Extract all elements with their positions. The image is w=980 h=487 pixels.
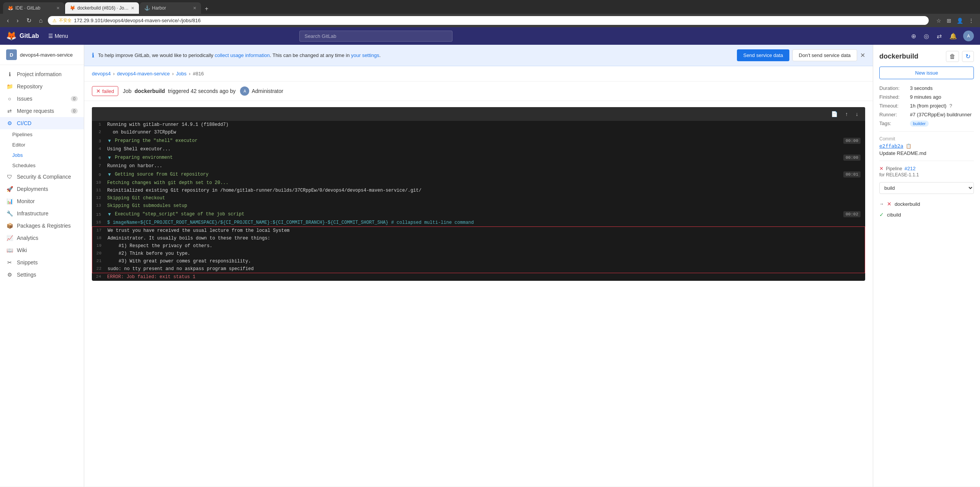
sidebar-item-issues[interactable]: ○ Issues 0: [0, 93, 84, 105]
stage-select[interactable]: build: [879, 182, 974, 194]
forward-button[interactable]: ›: [14, 16, 21, 25]
dont-send-service-data-button[interactable]: Don't send service data: [792, 49, 857, 61]
pipeline-link[interactable]: #212: [905, 166, 916, 171]
breadcrumb-project[interactable]: devops4-maven-service: [117, 71, 170, 77]
sidebar-item-packages[interactable]: 📦 Packages & Registries: [0, 220, 84, 232]
delete-job-button[interactable]: 🗑: [946, 51, 959, 62]
sidebar-item-project-info[interactable]: ℹ Project information: [0, 68, 84, 80]
sidebar-item-infrastructure[interactable]: 🔧 Infrastructure: [0, 207, 84, 220]
sidebar-item-label-schedules: Schedules: [12, 163, 36, 168]
sidebar-item-label-wiki: Wiki: [17, 247, 27, 253]
sidebar-item-analytics[interactable]: 📈 Analytics: [0, 232, 84, 244]
log-scroll-top-button[interactable]: ↑: [843, 110, 850, 118]
settings-browser-button[interactable]: ⋮: [967, 17, 975, 24]
tab-close-harbor[interactable]: ✕: [193, 6, 196, 11]
log-raw-button[interactable]: 📄: [829, 110, 840, 118]
sidebar-item-label-repository: Repository: [17, 83, 42, 90]
navbar-menu-button[interactable]: ☰ Menu: [45, 31, 71, 41]
new-issue-button[interactable]: New issue: [879, 67, 974, 79]
sidebar-item-merge-requests[interactable]: ⇄ Merge requests 0: [0, 105, 84, 117]
navbar-search-input[interactable]: [299, 31, 452, 42]
info-banner: ℹ To help improve GitLab, we would like …: [84, 45, 873, 66]
log-line-15: 15 ▼ Executing "step_script" stage of th…: [92, 210, 865, 219]
banner-settings-link[interactable]: your settings: [351, 52, 379, 58]
reload-button[interactable]: ↻: [24, 16, 34, 25]
banner-close-button[interactable]: ✕: [860, 52, 865, 59]
trigger-user-avatar: A: [240, 86, 249, 96]
merge-requests-badge: 0: [71, 108, 78, 114]
timeout-help-icon[interactable]: ?: [949, 103, 952, 109]
sidebar-item-cicd[interactable]: ⚙ CI/CD: [0, 117, 84, 129]
user-avatar[interactable]: A: [963, 31, 974, 41]
breadcrumb-sep-2: ›: [172, 71, 174, 77]
dockerbuild-job-name[interactable]: dockerbuild: [895, 201, 920, 207]
log-scroll-bottom-button[interactable]: ↓: [853, 110, 861, 118]
breadcrumb-jobs[interactable]: Jobs: [176, 71, 186, 77]
address-bar[interactable]: ⚠ 不安全 172.29.9.101/devops4/devops4-maven…: [48, 16, 929, 25]
duration-value: 3 seconds: [910, 85, 933, 91]
section-expand-3[interactable]: ▼: [107, 138, 112, 143]
sidebar-project-header: D devops4-maven-service: [0, 45, 84, 65]
browser-tab-dockerbuild[interactable]: 🦊 dockerbuild (#816) · Jobs · de... ✕: [65, 2, 139, 14]
browser-tab-harbor[interactable]: ⚓ Harbor ✕: [140, 2, 201, 14]
line-number-11: 11: [92, 187, 107, 194]
create-button[interactable]: ⊕: [910, 31, 918, 41]
sidebar-item-monitor[interactable]: 📊 Monitor: [0, 195, 84, 207]
back-button[interactable]: ‹: [5, 16, 11, 25]
security-label: 不安全: [59, 18, 72, 23]
section-expand-9[interactable]: ▼: [107, 172, 112, 177]
sidebar-item-label-issues: Issues: [17, 96, 32, 102]
profile-button[interactable]: 👤: [955, 17, 965, 24]
notifications-button[interactable]: 🔔: [948, 31, 959, 41]
sidebar-item-jobs[interactable]: Jobs: [6, 150, 84, 160]
section-expand-6[interactable]: ▼: [107, 155, 112, 160]
runner-row: Runner: #7 (37CRppEw) buildrunner: [879, 112, 974, 117]
sidebar-item-schedules[interactable]: Schedules: [6, 160, 84, 171]
cibuild-job-name[interactable]: cibuild: [887, 212, 901, 218]
sidebar-item-label-settings: Settings: [17, 272, 36, 278]
project-avatar: D: [6, 49, 17, 60]
sidebar-item-label-packages: Packages & Registries: [17, 223, 71, 229]
browser-tab-ide[interactable]: 🦊 IDE · GitLab ✕: [3, 2, 64, 14]
commit-copy-button[interactable]: 📋: [906, 143, 911, 149]
send-service-data-button[interactable]: Send service data: [737, 49, 789, 61]
duration-row: Duration: 3 seconds: [879, 85, 974, 91]
banner-text: To help improve GitLab, we would like to…: [98, 52, 731, 58]
project-name: devops4-maven-service: [20, 52, 73, 58]
sidebar-item-editor[interactable]: Editor: [6, 140, 84, 150]
commit-hash-link[interactable]: e2ffab2a: [879, 143, 903, 149]
sidebar-item-security[interactable]: 🛡 Security & Compliance: [0, 171, 84, 183]
bookmark-button[interactable]: ☆: [935, 17, 943, 24]
merge-requests-nav-button[interactable]: ⇄: [935, 31, 943, 41]
breadcrumb-devops4[interactable]: devops4: [92, 71, 111, 77]
cicd-icon: ⚙: [6, 120, 13, 126]
tab-title-harbor: Harbor: [152, 5, 166, 11]
breadcrumb-sep-3: ›: [189, 71, 190, 77]
line-content-24: ERROR: Job failed: exit status 1: [107, 274, 865, 280]
line-content-9: Getting source from Git repository: [115, 171, 843, 178]
log-timer-6: 00:00: [843, 155, 861, 161]
new-tab-button[interactable]: +: [202, 4, 211, 14]
security-compliance-icon: 🛡: [6, 174, 13, 180]
sidebar-item-pipelines[interactable]: Pipelines: [6, 129, 84, 140]
tab-close-ide[interactable]: ✕: [56, 6, 60, 11]
sidebar-item-deployments[interactable]: 🚀 Deployments: [0, 183, 84, 195]
retry-job-button[interactable]: ↻: [962, 51, 974, 62]
navbar-search-container: [299, 31, 452, 42]
line-content-1: Running with gitlab-runner 14.9.1 (f188e…: [107, 121, 865, 128]
tab-close-dockerbuild[interactable]: ✕: [131, 6, 134, 11]
finished-row: Finished: 9 minutes ago: [879, 94, 974, 100]
right-panel-action-buttons: 🗑 ↻: [946, 51, 974, 62]
banner-collect-link[interactable]: collect usage information: [215, 52, 270, 58]
sidebar-item-repository[interactable]: 📁 Repository: [0, 80, 84, 93]
line-content-13: Skipping Git submodules setup: [107, 202, 865, 209]
issues-button[interactable]: ◎: [922, 31, 931, 41]
sidebar-item-wiki[interactable]: 📖 Wiki: [0, 244, 84, 256]
sidebar-item-settings[interactable]: ⚙ Settings: [0, 269, 84, 281]
section-expand-15[interactable]: ▼: [107, 212, 112, 217]
extensions-button[interactable]: ⊞: [945, 17, 953, 24]
home-button[interactable]: ⌂: [37, 16, 45, 25]
log-line-11: 11 Reinitialized existing Git repository…: [92, 187, 865, 194]
sidebar-item-snippets[interactable]: ✂ Snippets: [0, 256, 84, 269]
line-content-3: Preparing the "shell" executor: [115, 137, 843, 144]
